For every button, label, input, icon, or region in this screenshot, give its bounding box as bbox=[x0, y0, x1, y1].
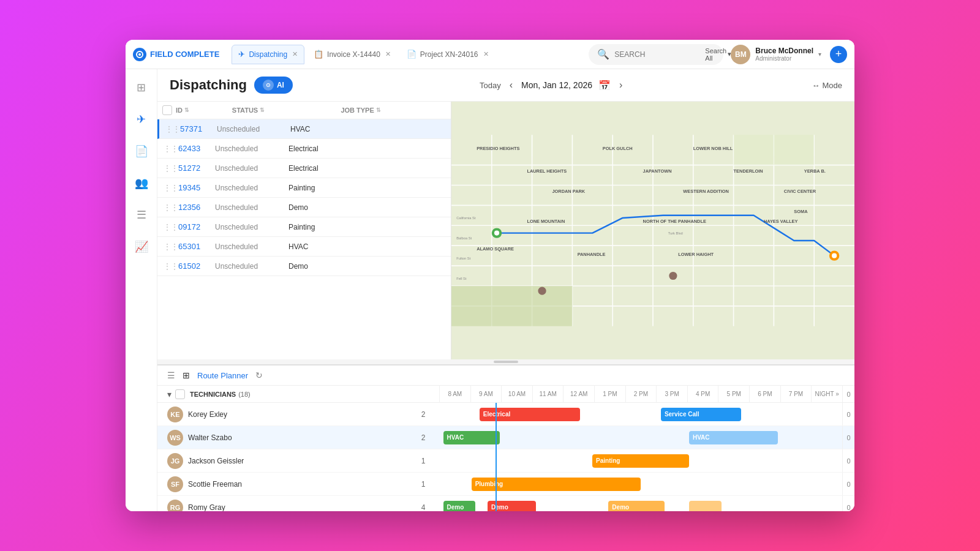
list-view-icon[interactable]: ☰ bbox=[167, 370, 175, 380]
technicians-select-all[interactable] bbox=[175, 389, 185, 399]
tab-invoice[interactable]: 📋 Invoice X-14440 ✕ bbox=[307, 45, 398, 64]
table-row[interactable]: ⋮⋮ 51272 Unscheduled Electrical bbox=[157, 159, 451, 178]
technician-name: Romy Gray bbox=[188, 503, 412, 512]
sidebar-item-list[interactable]: ☰ bbox=[130, 204, 153, 226]
tab-dispatching[interactable]: ✈ Dispatching ✕ bbox=[232, 45, 304, 64]
add-button[interactable]: + bbox=[830, 46, 847, 63]
technician-end-value: 0 bbox=[842, 426, 854, 449]
technician-name: Jackson Geissler bbox=[188, 457, 412, 465]
page-title: Dispatching bbox=[170, 77, 247, 93]
technician-row[interactable]: RG Romy Gray 4 DemoDemoDemo 0 bbox=[157, 496, 854, 511]
technician-info: WS Walter Szabo 2 bbox=[157, 430, 439, 446]
technician-row[interactable]: WS Walter Szabo 2 HVACHVAC 0 bbox=[157, 426, 854, 449]
route-planner-button[interactable]: Route Planner bbox=[197, 371, 248, 380]
refresh-icon[interactable]: ↻ bbox=[255, 370, 263, 380]
table-row[interactable]: ⋮⋮ 62433 Unscheduled Electrical bbox=[157, 139, 451, 159]
date-navigation: Today ‹ Mon, Jan 12, 2026 📅 › bbox=[480, 78, 625, 92]
schedule-bar[interactable]: HVAC bbox=[443, 431, 500, 444]
bottom-section: ☰ ⊞ Route Planner ↻ ▾ TECHNICIANS (18) bbox=[157, 364, 854, 511]
logo-text: FIELD COMPLETE bbox=[150, 50, 219, 59]
technician-row[interactable]: JG Jackson Geissler 1 Painting 0 bbox=[157, 449, 854, 473]
schedule-bar[interactable]: Demo bbox=[443, 501, 476, 512]
table-row[interactable]: ⋮⋮ 12356 Unscheduled Demo bbox=[157, 198, 451, 217]
schedule-bar[interactable] bbox=[689, 501, 722, 512]
table-row[interactable]: ⋮⋮ 19345 Unscheduled Painting bbox=[157, 178, 451, 198]
technician-job-count: 1 bbox=[417, 480, 429, 489]
search-icon: 🔍 bbox=[597, 48, 609, 60]
hour-label: 2 PM bbox=[625, 386, 657, 403]
user-area: BM Bruce McDonnel Administrator ▾ + bbox=[731, 45, 847, 64]
user-chevron-icon[interactable]: ▾ bbox=[818, 51, 821, 58]
svg-text:California St: California St bbox=[456, 216, 476, 220]
technician-schedule: HVACHVAC bbox=[439, 426, 842, 449]
sidebar-item-users[interactable]: 👥 bbox=[130, 172, 153, 194]
table-row[interactable]: ⋮⋮ 65301 Unscheduled HVAC bbox=[157, 237, 451, 257]
row-drag-handle: ⋮⋮ bbox=[164, 203, 178, 212]
table-row[interactable]: ⋮⋮ 61502 Unscheduled Demo bbox=[157, 257, 451, 276]
tab-dispatching-close[interactable]: ✕ bbox=[292, 50, 298, 58]
tab-project-close[interactable]: ✕ bbox=[483, 50, 489, 58]
calendar-icon[interactable]: 📅 bbox=[598, 80, 611, 91]
tab-invoice-close[interactable]: ✕ bbox=[385, 50, 391, 58]
row-type: HVAC bbox=[290, 125, 364, 133]
mode-button[interactable]: ↔ Mode bbox=[812, 81, 842, 90]
technician-schedule: DemoDemoDemo bbox=[439, 496, 842, 512]
schedule-bar[interactable]: Electrical bbox=[480, 408, 581, 421]
technicians-count: (18) bbox=[238, 391, 251, 398]
svg-text:Turk Blvd: Turk Blvd bbox=[668, 231, 683, 235]
ai-button[interactable]: ⊙ AI bbox=[254, 77, 293, 94]
sidebar-item-dispatching[interactable]: ✈ bbox=[130, 108, 153, 130]
svg-text:TENDERLOIN: TENDERLOIN bbox=[734, 168, 763, 174]
table-row[interactable]: ⋮⋮ 57371 Unscheduled HVAC bbox=[157, 119, 451, 139]
search-input[interactable] bbox=[614, 50, 700, 59]
tab-dispatching-label: Dispatching bbox=[249, 50, 287, 59]
svg-text:SOMA: SOMA bbox=[794, 209, 808, 214]
collapse-button[interactable]: ▾ bbox=[167, 389, 172, 399]
hour-label: 5 PM bbox=[718, 386, 749, 403]
next-date-button[interactable]: › bbox=[617, 78, 625, 92]
technician-avatar: WS bbox=[167, 430, 183, 446]
technician-row[interactable]: KE Korey Exley 2 ElectricalService Call … bbox=[157, 403, 854, 426]
prev-date-button[interactable]: ‹ bbox=[507, 78, 515, 92]
svg-text:LONE MOUNTAIN: LONE MOUNTAIN bbox=[527, 219, 565, 224]
row-status: Unscheduled bbox=[215, 203, 288, 212]
svg-text:JORDAN PARK: JORDAN PARK bbox=[552, 189, 586, 194]
technician-job-count: 2 bbox=[417, 410, 429, 419]
row-status: Unscheduled bbox=[215, 164, 288, 173]
hour-label: 3 PM bbox=[656, 386, 687, 403]
timeline-area: ▾ TECHNICIANS (18) 8 AM9 AM10 AM11 AM12 … bbox=[157, 386, 854, 511]
map-view: PRESIDIO HEIGHTS POLK GULCH LOWER NOB HI… bbox=[451, 102, 854, 359]
sidebar-item-analytics[interactable]: 📈 bbox=[130, 236, 153, 258]
svg-text:Fulton St: Fulton St bbox=[456, 257, 470, 260]
sidebar-item-documents[interactable]: 📄 bbox=[130, 140, 153, 162]
time-indicator bbox=[496, 449, 497, 473]
row-id: 51272 bbox=[178, 163, 215, 173]
technician-row[interactable]: SF Scottie Freeman 1 Plumbing 0 bbox=[157, 473, 854, 496]
mode-icon: ↔ bbox=[812, 81, 820, 90]
schedule-bar[interactable]: HVAC bbox=[689, 431, 778, 444]
technician-info: KE Korey Exley 2 bbox=[157, 407, 439, 422]
grid-view-icon[interactable]: ⊞ bbox=[183, 370, 190, 380]
id-sort-icon: ⇅ bbox=[184, 107, 189, 113]
user-info: Bruce McDonnel Administrator bbox=[755, 47, 813, 62]
time-indicator bbox=[496, 403, 497, 426]
row-id: 19345 bbox=[178, 183, 215, 192]
row-status: Unscheduled bbox=[215, 242, 288, 251]
schedule-bar[interactable]: Demo bbox=[608, 501, 665, 512]
technician-info: JG Jackson Geissler 1 bbox=[157, 453, 439, 469]
hour-label: 8 AM bbox=[439, 386, 470, 403]
schedule-bar[interactable]: Service Call bbox=[661, 408, 742, 421]
select-all-checkbox[interactable] bbox=[162, 105, 172, 115]
schedule-bar[interactable]: Demo bbox=[488, 501, 536, 512]
sidebar-item-grid[interactable]: ⊞ bbox=[130, 77, 153, 99]
tab-project[interactable]: 📄 Project XN-24016 ✕ bbox=[400, 45, 496, 64]
table-row[interactable]: ⋮⋮ 09172 Unscheduled Painting bbox=[157, 217, 451, 237]
search-all-button[interactable]: Search All ▾ bbox=[705, 47, 731, 62]
svg-text:LAUREL HEIGHTS: LAUREL HEIGHTS bbox=[527, 168, 567, 174]
technician-avatar: SF bbox=[167, 476, 183, 492]
schedule-bar[interactable]: Painting bbox=[592, 454, 689, 468]
panel-divider[interactable] bbox=[157, 359, 854, 364]
row-drag-handle: ⋮⋮ bbox=[164, 223, 178, 231]
technician-job-count: 2 bbox=[417, 433, 429, 442]
today-button[interactable]: Today bbox=[480, 81, 501, 90]
